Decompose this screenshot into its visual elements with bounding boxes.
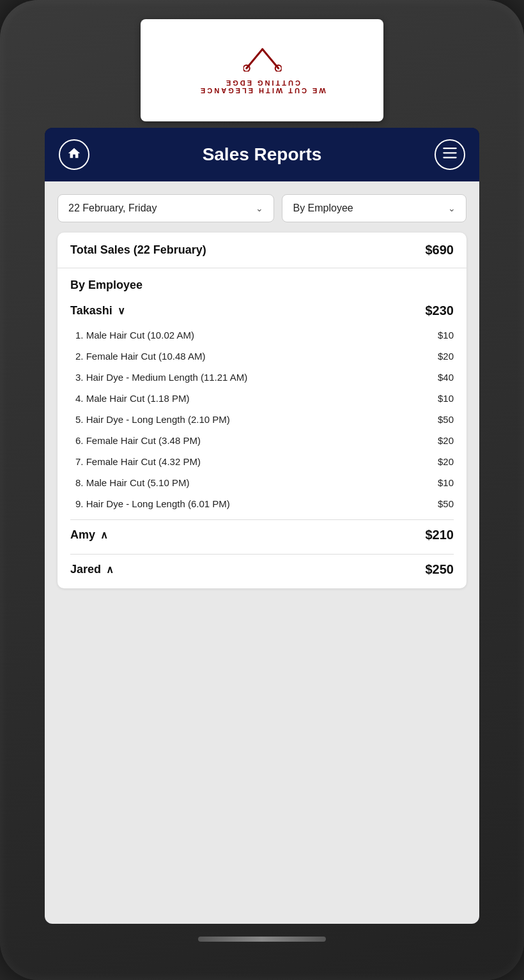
home-button[interactable]	[59, 139, 89, 170]
group-chevron-icon: ⌄	[448, 203, 456, 213]
amy-toggle-icon: ∧	[100, 529, 108, 541]
section-title: By Employee	[70, 279, 454, 292]
device-bottom	[26, 937, 498, 942]
logo-area: WE CUT WITH ELEGANCE CUTTING EDGE	[199, 46, 326, 95]
service-item: 7. Female Hair Cut (4.32 PM) $20	[75, 451, 454, 472]
service-name: 5. Hair Dye - Long Length (2.10 PM)	[75, 414, 438, 425]
report-card: Total Sales (22 February) $690 By Employ…	[58, 233, 466, 588]
menu-icon	[443, 148, 457, 162]
group-filter[interactable]: By Employee ⌄	[282, 194, 466, 222]
bottom-strip	[198, 937, 326, 942]
device: WE CUT WITH ELEGANCE CUTTING EDGE	[0, 0, 524, 980]
date-filter-label: 22 February, Friday	[68, 203, 157, 214]
service-price: $10	[438, 393, 454, 404]
service-name: 2. Female Hair Cut (10.48 AM)	[75, 351, 438, 362]
service-name: 8. Male Hair Cut (5.10 PM)	[75, 477, 438, 488]
service-price: $10	[438, 477, 454, 488]
employee-takashi-total: $230	[426, 303, 454, 318]
service-price: $40	[438, 372, 454, 383]
screen-bezel: Sales Reports 22 February, Friday ⌄	[45, 128, 479, 924]
service-item: 5. Hair Dye - Long Length (2.10 PM) $50	[75, 409, 454, 430]
employee-takashi-name: Takashi ∨	[70, 304, 125, 318]
service-item: 9. Hair Dye - Long Length (6.01 PM) $50	[75, 493, 454, 514]
logo-text: CUTTING EDGE	[224, 79, 300, 87]
employee-amy-header[interactable]: Amy ∧ $210	[70, 525, 454, 549]
svg-line-1	[262, 49, 278, 68]
by-employee-section: By Employee Takashi ∨ $230 1. M	[58, 268, 466, 588]
group-filter-label: By Employee	[293, 203, 353, 214]
total-row: Total Sales (22 February) $690	[58, 233, 466, 268]
service-item: 4. Male Hair Cut (1.18 PM) $10	[75, 388, 454, 409]
service-item: 1. Male Hair Cut (10.02 AM) $10	[75, 325, 454, 346]
service-item: 6. Female Hair Cut (3.48 PM) $20	[75, 430, 454, 451]
employee-jared-header[interactable]: Jared ∧ $250	[70, 560, 454, 583]
home-icon	[67, 146, 81, 164]
logo-subtext: WE CUT WITH ELEGANCE	[199, 87, 326, 95]
service-price: $50	[438, 414, 454, 425]
service-name: 3. Hair Dye - Medium Length (11.21 AM)	[75, 372, 438, 383]
service-price: $20	[438, 456, 454, 467]
service-name: 4. Male Hair Cut (1.18 PM)	[75, 393, 438, 404]
service-item: 2. Female Hair Cut (10.48 AM) $20	[75, 346, 454, 367]
service-name: 1. Male Hair Cut (10.02 AM)	[75, 330, 438, 341]
service-item: 8. Male Hair Cut (5.10 PM) $10	[75, 472, 454, 493]
service-price: $20	[438, 435, 454, 446]
date-chevron-icon: ⌄	[256, 203, 263, 213]
employee-amy: Amy ∧ $210	[70, 525, 454, 549]
scissors-logo-icon	[243, 46, 281, 72]
divider	[70, 554, 454, 555]
total-label: Total Sales (22 February)	[70, 243, 206, 257]
employee-takashi-header[interactable]: Takashi ∨ $230	[70, 301, 454, 325]
total-value: $690	[426, 243, 454, 257]
receipt-slot: WE CUT WITH ELEGANCE CUTTING EDGE	[141, 19, 383, 121]
employee-jared-total: $250	[426, 562, 454, 577]
service-price: $20	[438, 351, 454, 362]
app-header: Sales Reports	[45, 128, 479, 181]
page-title: Sales Reports	[203, 144, 322, 165]
svg-rect-5	[443, 152, 457, 153]
filter-row: 22 February, Friday ⌄ By Employee ⌄	[58, 194, 466, 222]
employee-takashi: Takashi ∨ $230 1. Male Hair Cut (10.02 A…	[70, 301, 454, 514]
takashi-service-list: 1. Male Hair Cut (10.02 AM) $10 2. Femal…	[70, 325, 454, 514]
employee-jared: Jared ∧ $250	[70, 560, 454, 583]
service-item: 3. Hair Dye - Medium Length (11.21 AM) $…	[75, 367, 454, 388]
employee-amy-name: Amy ∧	[70, 528, 108, 542]
date-filter[interactable]: 22 February, Friday ⌄	[58, 194, 274, 222]
service-name: 9. Hair Dye - Long Length (6.01 PM)	[75, 498, 438, 509]
svg-rect-6	[443, 157, 457, 158]
device-top: WE CUT WITH ELEGANCE CUTTING EDGE	[26, 19, 498, 121]
jared-toggle-icon: ∧	[106, 563, 114, 576]
service-name: 7. Female Hair Cut (4.32 PM)	[75, 456, 438, 467]
takashi-toggle-icon: ∨	[118, 305, 125, 317]
menu-button[interactable]	[435, 139, 465, 170]
svg-rect-4	[443, 148, 457, 149]
service-price: $10	[438, 330, 454, 341]
employee-amy-total: $210	[426, 528, 454, 542]
employee-jared-name: Jared ∧	[70, 563, 114, 576]
service-price: $50	[438, 498, 454, 509]
divider	[70, 519, 454, 520]
service-name: 6. Female Hair Cut (3.48 PM)	[75, 435, 438, 446]
content-area: 22 February, Friday ⌄ By Employee ⌄ Tota…	[45, 181, 479, 924]
